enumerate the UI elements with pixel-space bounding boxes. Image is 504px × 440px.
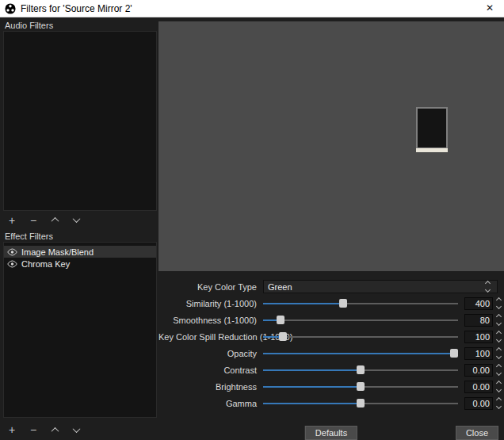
effect-filters-toolbar: + − bbox=[3, 419, 157, 440]
key-color-type-select[interactable]: Green bbox=[263, 280, 498, 293]
obs-logo-icon bbox=[5, 3, 16, 14]
window-title: Filters for 'Source Mirror 2' bbox=[21, 3, 132, 14]
filters-dialog: Filters for 'Source Mirror 2' ✕ Audio Fi… bbox=[0, 0, 504, 440]
smoothness-row: Smoothness (1-1000) 80 bbox=[158, 313, 504, 327]
titlebar[interactable]: Filters for 'Source Mirror 2' ✕ bbox=[0, 0, 504, 17]
filter-item-image-mask-blend[interactable]: Image Mask/Blend bbox=[4, 246, 156, 258]
window-close-button[interactable]: ✕ bbox=[475, 0, 504, 17]
chevron-down-icon bbox=[495, 354, 501, 359]
move-effect-filter-down-button[interactable] bbox=[71, 423, 82, 436]
filter-item-chroma-key[interactable]: Chroma Key bbox=[4, 258, 156, 270]
gamma-slider[interactable] bbox=[263, 396, 458, 410]
spill-reduction-spinner[interactable] bbox=[493, 331, 504, 342]
gamma-value[interactable]: 0.00 bbox=[464, 397, 493, 410]
spill-reduction-row: Key Color Spill Reduction (1-1000) 100 bbox=[158, 330, 504, 343]
chevron-up-icon bbox=[495, 347, 501, 353]
opacity-spinner[interactable] bbox=[493, 348, 504, 358]
left-panel: Audio Filters + − Effect Filters Image M… bbox=[3, 18, 157, 440]
brightness-value[interactable]: 0.00 bbox=[464, 381, 493, 393]
slider-handle[interactable] bbox=[279, 332, 287, 341]
chevron-down-icon bbox=[495, 370, 501, 376]
chevron-up-icon bbox=[495, 314, 501, 319]
chevron-down-icon bbox=[495, 404, 501, 409]
filter-item-label: Image Mask/Blend bbox=[21, 247, 94, 257]
chevron-up-icon bbox=[51, 427, 59, 434]
move-effect-filter-up-button[interactable] bbox=[49, 423, 60, 436]
slider-fill bbox=[263, 303, 343, 304]
smoothness-label: Smoothness (1-1000) bbox=[158, 316, 263, 325]
remove-effect-filter-button[interactable]: − bbox=[28, 423, 39, 436]
defaults-button[interactable]: Defaults bbox=[305, 426, 357, 440]
brightness-label: Brightness bbox=[158, 382, 263, 392]
filter-properties-panel: Key Color Type Green Similarity (1-1000)… bbox=[158, 280, 504, 440]
preview-source[interactable] bbox=[416, 107, 448, 149]
chevron-up-icon bbox=[51, 217, 59, 225]
add-effect-filter-button[interactable]: + bbox=[6, 423, 17, 436]
chevron-up-icon bbox=[495, 331, 501, 336]
smoothness-value[interactable]: 80 bbox=[464, 314, 493, 327]
slider-track bbox=[263, 319, 458, 321]
chevron-down-icon bbox=[72, 215, 80, 223]
slider-handle[interactable] bbox=[277, 316, 284, 324]
contrast-label: Contrast bbox=[158, 365, 263, 375]
brightness-slider[interactable] bbox=[263, 380, 458, 393]
remove-audio-filter-button[interactable]: − bbox=[28, 214, 39, 227]
slider-fill bbox=[263, 369, 361, 371]
preview-source-base bbox=[416, 148, 448, 152]
gamma-label: Gamma bbox=[158, 399, 263, 408]
move-audio-filter-up-button[interactable] bbox=[49, 214, 60, 227]
spill-reduction-label: Key Color Spill Reduction (1-1000) bbox=[158, 332, 263, 342]
chevron-down-icon bbox=[72, 425, 80, 433]
chevron-down-icon bbox=[495, 387, 501, 392]
slider-fill bbox=[263, 386, 361, 388]
chevron-down-icon bbox=[495, 337, 501, 342]
dialog-body: Audio Filters + − Effect Filters Image M… bbox=[0, 18, 504, 440]
visibility-eye-icon[interactable] bbox=[7, 260, 17, 268]
similarity-spinner[interactable] bbox=[493, 298, 504, 308]
similarity-value[interactable]: 400 bbox=[464, 297, 493, 310]
combo-spinner[interactable] bbox=[482, 281, 493, 292]
opacity-label: Opacity bbox=[158, 349, 263, 358]
dialog-footer: Defaults Close bbox=[158, 424, 504, 440]
chevron-down-icon bbox=[495, 320, 501, 326]
similarity-slider[interactable] bbox=[263, 297, 458, 310]
spill-reduction-value[interactable]: 100 bbox=[464, 331, 493, 343]
smoothness-spinner[interactable] bbox=[493, 315, 504, 325]
close-button[interactable]: Close bbox=[456, 426, 498, 440]
audio-filters-toolbar: + − bbox=[3, 211, 157, 229]
slider-handle[interactable] bbox=[357, 399, 365, 407]
chevron-down-icon bbox=[495, 304, 501, 309]
contrast-spinner[interactable] bbox=[493, 365, 504, 375]
similarity-label: Similarity (1-1000) bbox=[158, 299, 263, 308]
slider-handle[interactable] bbox=[450, 349, 458, 358]
key-color-type-value: Green bbox=[268, 282, 292, 292]
move-audio-filter-down-button[interactable] bbox=[71, 214, 82, 227]
opacity-value[interactable]: 100 bbox=[464, 347, 493, 360]
chevron-up-icon bbox=[495, 364, 501, 369]
chevron-up-icon bbox=[495, 297, 501, 303]
effect-filters-label: Effect Filters bbox=[3, 229, 157, 242]
slider-handle[interactable] bbox=[357, 365, 365, 374]
opacity-slider[interactable] bbox=[263, 346, 458, 360]
smoothness-slider[interactable] bbox=[263, 313, 458, 327]
slider-handle[interactable] bbox=[357, 382, 365, 391]
spill-reduction-slider[interactable] bbox=[263, 330, 458, 343]
chevron-up-icon bbox=[495, 397, 501, 403]
chevron-up-icon bbox=[484, 281, 490, 286]
audio-filters-list[interactable] bbox=[3, 31, 157, 211]
add-audio-filter-button[interactable]: + bbox=[6, 214, 17, 227]
slider-handle[interactable] bbox=[339, 299, 347, 308]
contrast-slider[interactable] bbox=[263, 363, 458, 377]
gamma-spinner[interactable] bbox=[493, 398, 504, 408]
slider-track bbox=[263, 336, 458, 338]
effect-filters-list: Image Mask/Blend Chroma Key bbox=[3, 242, 157, 418]
brightness-spinner[interactable] bbox=[493, 381, 504, 392]
brightness-row: Brightness 0.00 bbox=[158, 380, 504, 393]
slider-fill bbox=[263, 353, 454, 354]
key-color-type-row: Key Color Type Green bbox=[158, 280, 504, 293]
visibility-eye-icon[interactable] bbox=[7, 248, 17, 256]
contrast-value[interactable]: 0.00 bbox=[464, 364, 493, 377]
audio-filters-label: Audio Filters bbox=[3, 18, 157, 31]
chevron-up-icon bbox=[495, 381, 501, 386]
chevron-down-icon bbox=[484, 287, 490, 293]
